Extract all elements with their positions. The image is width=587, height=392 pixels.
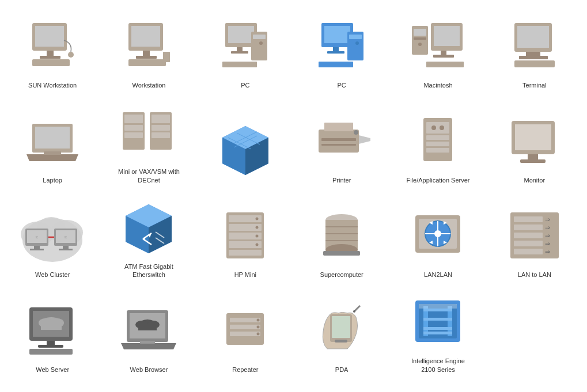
svg-point-164 — [257, 325, 260, 328]
svg-rect-150 — [29, 349, 73, 355]
list-item: HP Mini — [199, 193, 292, 282]
svg-text:►: ► — [442, 219, 448, 226]
svg-rect-38 — [517, 26, 549, 48]
svg-rect-11 — [128, 59, 166, 66]
svg-rect-21 — [324, 26, 350, 43]
svg-text:≈: ≈ — [35, 235, 38, 240]
icon-grid: SUN Workstation Workstation — [0, 0, 587, 388]
svg-rect-134 — [514, 233, 543, 238]
svg-rect-72 — [426, 148, 449, 153]
svg-point-113 — [256, 243, 259, 246]
svg-rect-35 — [433, 55, 454, 58]
svg-rect-43 — [35, 127, 70, 149]
list-item: Laptop — [6, 98, 99, 187]
svg-point-4 — [68, 52, 74, 58]
svg-rect-63 — [324, 123, 353, 131]
item-label: File/Application Server — [406, 176, 469, 184]
list-item: ≈ ≈ Web Cluster — [6, 193, 99, 282]
svg-rect-168 — [335, 340, 347, 342]
list-item: PC — [199, 12, 292, 92]
svg-rect-167 — [332, 316, 350, 338]
svg-rect-162 — [230, 332, 260, 336]
item-label: Repeater — [232, 366, 258, 374]
item-label: PC — [338, 81, 346, 89]
svg-rect-49 — [124, 132, 143, 138]
svg-rect-177 — [423, 327, 452, 330]
svg-rect-66 — [321, 144, 356, 146]
svg-text:⇒: ⇒ — [545, 216, 550, 223]
item-label: HP Mini — [234, 271, 256, 279]
svg-rect-40 — [519, 56, 548, 59]
svg-rect-87 — [30, 249, 44, 250]
svg-rect-161 — [230, 325, 260, 329]
svg-rect-48 — [124, 125, 143, 131]
svg-point-163 — [257, 318, 260, 321]
svg-rect-30 — [414, 37, 426, 40]
svg-rect-133 — [514, 224, 543, 230]
svg-rect-178 — [423, 332, 452, 334]
svg-marker-157 — [121, 343, 176, 349]
svg-point-110 — [256, 218, 259, 220]
svg-rect-2 — [47, 51, 54, 56]
svg-point-165 — [257, 332, 260, 335]
svg-rect-5 — [32, 59, 70, 66]
svg-point-26 — [355, 41, 359, 45]
svg-rect-109 — [229, 250, 262, 256]
svg-rect-136 — [514, 249, 543, 254]
list-item: ⇒ ⇒ ⇒ ⇒ ⇒ LAN to LAN — [488, 193, 581, 282]
list-item: Intelligence Engine 2100 Series — [391, 287, 484, 376]
svg-point-18 — [259, 41, 263, 45]
svg-rect-22 — [333, 47, 339, 52]
item-label: PDA — [335, 366, 349, 374]
svg-rect-3 — [40, 56, 60, 59]
svg-rect-52 — [152, 125, 170, 131]
svg-point-112 — [256, 235, 259, 238]
item-label: Terminal — [522, 81, 547, 89]
list-item: Macintosh — [391, 12, 484, 92]
svg-rect-15 — [231, 51, 248, 54]
svg-rect-19 — [222, 62, 257, 67]
list-item: Web Browser — [102, 287, 195, 376]
svg-text:◄: ◄ — [428, 219, 434, 226]
list-item: PDA — [295, 287, 388, 376]
svg-rect-92 — [59, 249, 73, 250]
svg-rect-13 — [228, 26, 254, 43]
svg-point-170 — [353, 310, 355, 313]
item-label: Web Server — [36, 366, 69, 374]
svg-rect-27 — [319, 62, 353, 67]
svg-rect-33 — [434, 26, 460, 46]
list-item: Web Server — [6, 287, 99, 376]
item-label: Web Cluster — [35, 271, 70, 279]
svg-rect-14 — [237, 47, 243, 52]
list-item — [199, 98, 292, 187]
svg-rect-179 — [419, 304, 457, 309]
item-label: Supercomputer — [320, 271, 363, 279]
svg-rect-39 — [526, 52, 540, 56]
item-label: LAN to LAN — [518, 271, 551, 279]
svg-rect-71 — [426, 142, 449, 146]
item-label: Intelligence Engine 2100 Series — [403, 357, 472, 374]
svg-rect-175 — [423, 309, 452, 311]
item-label: Laptop — [43, 176, 62, 184]
svg-rect-147 — [41, 323, 62, 330]
svg-rect-135 — [514, 241, 543, 246]
svg-rect-77 — [528, 154, 538, 160]
svg-point-73 — [431, 125, 436, 130]
svg-rect-148 — [47, 341, 55, 345]
list-item: Terminal — [488, 12, 581, 92]
svg-rect-45 — [44, 151, 61, 155]
item-label: Macintosh — [423, 81, 452, 89]
svg-rect-158 — [140, 341, 155, 344]
svg-text:⇒: ⇒ — [545, 232, 550, 239]
list-item: Printer — [295, 98, 388, 187]
svg-text:≈: ≈ — [64, 235, 67, 240]
svg-rect-120 — [323, 251, 360, 256]
list-item: Workstation — [102, 12, 195, 92]
svg-rect-91 — [63, 246, 69, 249]
svg-marker-64 — [359, 135, 370, 144]
item-label: Workstation — [132, 81, 166, 89]
list-item: Monitor — [488, 98, 581, 187]
svg-rect-76 — [515, 124, 551, 150]
svg-rect-78 — [520, 159, 546, 163]
svg-rect-7 — [131, 26, 160, 47]
